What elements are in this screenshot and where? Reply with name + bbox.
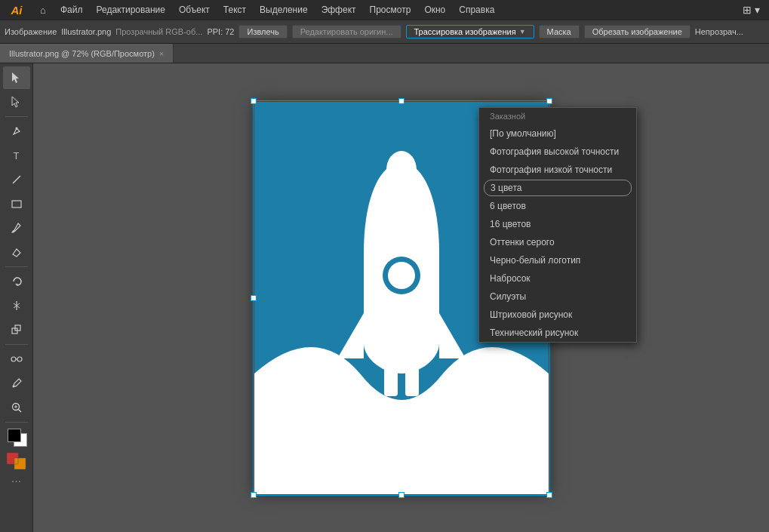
- trace-button[interactable]: Трассировка изображения ▼: [406, 25, 534, 38]
- document-tab[interactable]: Illustrator.png @ 72% (RGB/Просмотр) ×: [0, 44, 174, 63]
- dropdown-item-4[interactable]: 6 цветов: [479, 197, 636, 215]
- dropdown-item-5[interactable]: 16 цветов: [479, 215, 636, 233]
- dropdown-item-8[interactable]: Набросок: [479, 269, 636, 288]
- tool-panel: T: [0, 63, 33, 532]
- dropdown-item-7[interactable]: Черно-белый логотип: [479, 251, 636, 269]
- menu-select[interactable]: Выделение: [254, 0, 314, 20]
- mask-button[interactable]: Маска: [539, 25, 580, 38]
- trace-dropdown-arrow: ▼: [519, 28, 526, 35]
- tool-zoom[interactable]: [3, 396, 30, 419]
- tool-mirror[interactable]: [3, 294, 30, 317]
- tool-line[interactable]: [3, 168, 30, 191]
- crop-button[interactable]: Обрезать изображение: [584, 25, 691, 38]
- menu-help[interactable]: Справка: [453, 0, 500, 20]
- tool-type[interactable]: T: [3, 144, 30, 167]
- svg-marker-0: [12, 72, 19, 83]
- tool-blend[interactable]: [3, 348, 30, 371]
- dropdown-item-10[interactable]: Штриховой рисунок: [479, 306, 636, 324]
- dropdown-item-3[interactable]: 3 цвета: [484, 180, 632, 196]
- tool-rect[interactable]: [3, 192, 30, 215]
- tool-separator-2: [5, 266, 28, 267]
- svg-marker-1: [12, 97, 19, 107]
- menu-object[interactable]: Объект: [173, 0, 216, 20]
- toolbar-label: Изображение: [5, 27, 57, 36]
- tool-select[interactable]: [3, 66, 30, 89]
- dropdown-item-2[interactable]: Фотография низкой точности: [479, 161, 636, 179]
- tab-close-button[interactable]: ×: [159, 49, 164, 58]
- svg-point-10: [17, 357, 22, 361]
- menu-view[interactable]: Просмотр: [364, 0, 417, 20]
- tool-direct-select[interactable]: [3, 91, 30, 113]
- toolbar-file-info: Прозрачный RGB-об...: [115, 27, 202, 36]
- menu-edit[interactable]: Редактирование: [91, 0, 171, 20]
- tool-eraser[interactable]: [3, 241, 30, 263]
- menu-window[interactable]: Окно: [418, 0, 451, 20]
- svg-point-22: [386, 151, 417, 189]
- color-swatch[interactable]: [3, 426, 30, 448]
- foreground-color: [8, 429, 21, 442]
- menubar-right: ⊞ ▾: [738, 2, 764, 17]
- dropdown-item-11[interactable]: Технический рисунок: [479, 324, 636, 342]
- svg-point-12: [12, 386, 14, 388]
- svg-point-2: [15, 128, 17, 130]
- dropdown-item-9[interactable]: Силуэты: [479, 288, 636, 306]
- svg-rect-26: [405, 366, 419, 396]
- tool-separator-4: [5, 422, 28, 423]
- tool-pen[interactable]: [3, 120, 30, 143]
- more-tools[interactable]: ···: [3, 474, 30, 489]
- toolbar-filename: Illustrator.png: [61, 27, 111, 36]
- dropdown-item-0[interactable]: [По умолчанию]: [479, 125, 636, 143]
- svg-line-14: [18, 410, 21, 413]
- toolbar-ppi: PPI: 72: [207, 27, 234, 36]
- tool-brush[interactable]: [3, 217, 30, 239]
- home-icon[interactable]: ⌂: [33, 0, 53, 20]
- dropdown-section-label: Заказной: [479, 108, 636, 125]
- tool-separator-1: [5, 116, 28, 117]
- dropdown-item-6[interactable]: Оттенки серого: [479, 233, 636, 251]
- svg-point-24: [388, 262, 415, 289]
- svg-point-9: [11, 357, 16, 361]
- menu-effect[interactable]: Эффект: [315, 0, 362, 20]
- svg-rect-4: [12, 201, 21, 208]
- tab-title: Illustrator.png @ 72% (RGB/Просмотр): [9, 49, 155, 58]
- tool-color-mode[interactable]: [3, 450, 30, 472]
- tool-separator-3: [5, 344, 28, 345]
- edit-original-button: Редактировать оригин...: [292, 25, 401, 38]
- grid-icon[interactable]: ⊞ ▾: [738, 2, 764, 17]
- trace-button-label: Трассировка изображения: [414, 27, 516, 36]
- tool-eyedropper[interactable]: [3, 372, 30, 395]
- main-layout: T: [0, 63, 769, 532]
- trace-dropdown: Заказной [По умолчанию] Фотография высок…: [478, 107, 637, 343]
- menu-text[interactable]: Текст: [217, 0, 252, 20]
- dropdown-item-1[interactable]: Фотография высокой точности: [479, 143, 636, 161]
- svg-line-3: [13, 176, 20, 183]
- svg-rect-25: [384, 366, 398, 396]
- menu-file[interactable]: Файл: [54, 0, 89, 20]
- menubar: Ai ⌂ Файл Редактирование Объект Текст Вы…: [0, 0, 769, 20]
- options-bar: Изображение Illustrator.png Прозрачный R…: [0, 20, 769, 44]
- toolbar-opacity: Непрозрач...: [695, 27, 743, 36]
- extract-button[interactable]: Извлечь: [238, 25, 287, 38]
- tool-rotate[interactable]: [3, 270, 30, 293]
- svg-rect-18: [14, 458, 26, 469]
- app-logo: Ai: [5, 0, 29, 20]
- tabbar: Illustrator.png @ 72% (RGB/Просмотр) ×: [0, 44, 769, 63]
- canvas-area: Заказной [По умолчанию] Фотография высок…: [33, 63, 769, 532]
- tool-scale[interactable]: [3, 318, 30, 341]
